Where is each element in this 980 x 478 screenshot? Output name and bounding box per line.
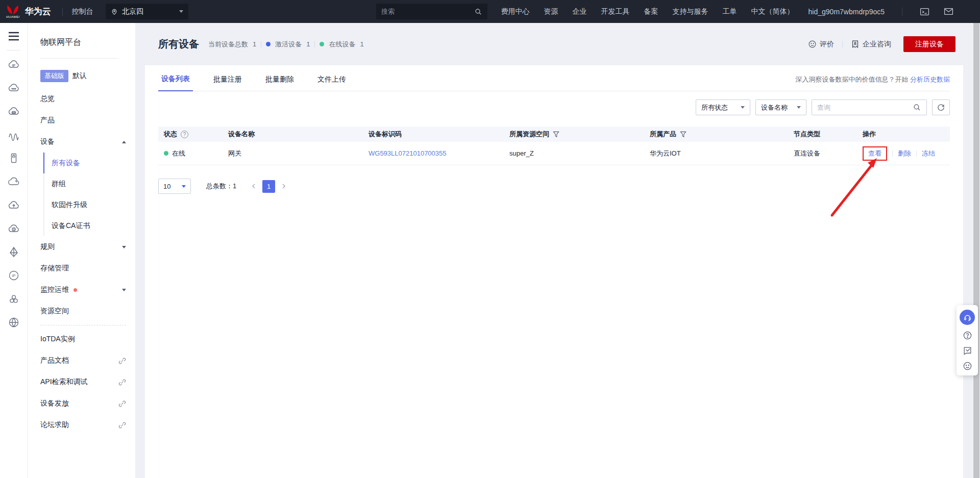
sidebar-menu-lower: 规则 存储管理 监控运维 资源空间 bbox=[28, 236, 135, 322]
search-icon[interactable] bbox=[913, 103, 921, 112]
language-selector[interactable]: 中文（简体） bbox=[751, 7, 794, 16]
search-icon[interactable] bbox=[474, 8, 482, 16]
sidebar-item-product[interactable]: 产品 bbox=[28, 110, 135, 131]
register-device-button[interactable]: 注册设备 bbox=[903, 36, 955, 52]
global-search[interactable] bbox=[376, 4, 487, 19]
delete-action-link[interactable]: 删除 bbox=[898, 149, 911, 158]
sidebar-item-firmware[interactable]: 软固件升级 bbox=[43, 194, 135, 215]
query-input[interactable] bbox=[817, 104, 913, 111]
stat-divider bbox=[314, 41, 315, 47]
rate-button[interactable]: 评价 bbox=[808, 40, 834, 49]
menu-billing[interactable]: 费用中心 bbox=[501, 7, 530, 16]
sidebar-item-overview[interactable]: 总览 bbox=[28, 88, 135, 110]
vertical-scrollbar[interactable] bbox=[972, 23, 980, 478]
chevron-down-icon bbox=[179, 10, 183, 13]
scrollbar-thumb[interactable] bbox=[973, 23, 979, 478]
globe-icon[interactable] bbox=[8, 316, 20, 329]
menu-support[interactable]: 支持与服务 bbox=[673, 7, 708, 16]
sidebar-item-device[interactable]: 设备 bbox=[28, 131, 135, 153]
page-size-select[interactable]: 10 bbox=[158, 179, 191, 194]
sidebar-item-all-devices[interactable]: 所有设备 bbox=[43, 153, 135, 173]
header-actions: 评价 企业咨询 注册设备 bbox=[808, 36, 955, 52]
help-circle-button[interactable] bbox=[963, 331, 972, 340]
sidebar-item-monitor[interactable]: 监控运维 bbox=[28, 279, 135, 300]
cloud-clock-icon[interactable] bbox=[8, 222, 20, 235]
external-link-icon bbox=[118, 400, 126, 408]
brand-title[interactable]: 华为云 bbox=[25, 6, 51, 17]
topbar-divider bbox=[902, 8, 902, 16]
row-device-code-link[interactable]: WG593LL0721010700355 bbox=[369, 149, 447, 157]
sidebar-divider bbox=[40, 58, 118, 59]
cloud-upload-icon[interactable] bbox=[8, 199, 20, 211]
menu-ticket[interactable]: 工单 bbox=[723, 7, 737, 16]
feedback-button[interactable] bbox=[963, 346, 972, 356]
sidebar-item-api-debug[interactable]: API检索和调试 bbox=[28, 371, 135, 393]
service-icon-rail: IP bbox=[0, 23, 28, 478]
freeze-action-link[interactable]: 冻结 bbox=[922, 149, 935, 158]
edition-badge[interactable]: 基础版 bbox=[40, 70, 68, 82]
total-count-label: 总条数：1 bbox=[206, 182, 236, 191]
waves-icon[interactable] bbox=[8, 129, 20, 141]
insight-promo: 深入洞察设备数据中的价值信息？开始 分析历史数据 bbox=[795, 75, 950, 91]
tab-batch-register[interactable]: 批量注册 bbox=[210, 75, 245, 91]
page-title: 所有设备 bbox=[158, 37, 199, 51]
cli-terminal-icon[interactable] bbox=[920, 8, 929, 16]
cluster-icon[interactable] bbox=[8, 293, 20, 305]
tab-file-upload[interactable]: 文件上传 bbox=[314, 75, 349, 91]
sidebar-item-provisioning[interactable]: 设备发放 bbox=[28, 393, 135, 414]
tab-batch-delete[interactable]: 批量删除 bbox=[262, 75, 297, 91]
menu-enterprise[interactable]: 企业 bbox=[573, 7, 587, 16]
filter-funnel-icon[interactable] bbox=[553, 131, 559, 138]
field-filter-select[interactable]: 设备名称 bbox=[755, 99, 806, 115]
chevron-up-icon bbox=[122, 141, 126, 143]
region-selector[interactable]: 北京四 bbox=[106, 4, 188, 19]
refresh-button[interactable] bbox=[932, 99, 950, 115]
col-product: 所属产品 bbox=[650, 130, 676, 139]
table-row: 在线 网关 WG593LL0721010700355 super_Z 华为云IO… bbox=[158, 142, 950, 165]
sidebar-item-ca-cert[interactable]: 设备CA证书 bbox=[43, 215, 135, 236]
cloud-more-icon[interactable] bbox=[8, 82, 20, 94]
global-search-input[interactable] bbox=[381, 8, 474, 15]
sidebar-item-resource-space[interactable]: 资源空间 bbox=[28, 300, 135, 322]
help-icon[interactable]: ? bbox=[181, 131, 188, 138]
account-name[interactable]: hid_g90m7wbmdrp9oc5 bbox=[808, 8, 885, 16]
cloud-icon[interactable] bbox=[8, 175, 20, 188]
status-filter-select[interactable]: 所有状态 bbox=[696, 99, 750, 115]
tab-device-list[interactable]: 设备列表 bbox=[158, 74, 193, 91]
menu-devtools[interactable]: 开发工具 bbox=[601, 7, 630, 16]
support-headset-button[interactable] bbox=[960, 310, 975, 325]
console-link[interactable]: 控制台 bbox=[72, 7, 93, 16]
sidebar-item-rules[interactable]: 规则 bbox=[28, 236, 135, 258]
hamburger-menu-icon[interactable] bbox=[8, 31, 20, 43]
enterprise-consult-button[interactable]: 企业咨询 bbox=[851, 40, 891, 49]
beacon-icon[interactable] bbox=[8, 246, 20, 258]
col-space: 所属资源空间 bbox=[509, 130, 549, 139]
query-search-box[interactable] bbox=[812, 99, 927, 115]
cloud-database-icon[interactable] bbox=[8, 105, 20, 117]
sidebar-item-groups[interactable]: 群组 bbox=[43, 173, 135, 194]
sidebar-item-docs[interactable]: 产品文档 bbox=[28, 350, 135, 371]
filter-funnel-icon[interactable] bbox=[680, 131, 687, 138]
menu-resources[interactable]: 资源 bbox=[544, 7, 558, 16]
menu-icp[interactable]: 备案 bbox=[644, 7, 658, 16]
view-action-link[interactable]: 查看 bbox=[868, 149, 881, 157]
device-icon[interactable] bbox=[8, 152, 20, 164]
notification-dot bbox=[74, 288, 77, 292]
header-divider bbox=[842, 41, 843, 47]
huawei-logo[interactable]: HUAWEI bbox=[6, 5, 20, 18]
sidebar-item-forum[interactable]: 论坛求助 bbox=[28, 414, 135, 436]
mail-icon[interactable] bbox=[944, 8, 953, 15]
ip-icon[interactable]: IP bbox=[8, 269, 20, 282]
refresh-icon bbox=[937, 103, 945, 112]
next-page-button[interactable] bbox=[281, 183, 287, 189]
cloud-server-icon[interactable] bbox=[8, 58, 20, 70]
sidebar-item-iotda[interactable]: IoTDA实例 bbox=[28, 329, 135, 350]
headset-icon bbox=[963, 313, 972, 322]
analyze-history-link[interactable]: 分析历史数据 bbox=[910, 76, 950, 83]
prev-page-button[interactable] bbox=[251, 183, 257, 189]
rail-divider bbox=[7, 50, 20, 51]
floating-support-toolbar bbox=[957, 305, 978, 375]
satisfaction-button[interactable] bbox=[963, 361, 972, 371]
page-number-button[interactable]: 1 bbox=[262, 180, 275, 193]
sidebar-item-storage[interactable]: 存储管理 bbox=[28, 258, 135, 279]
